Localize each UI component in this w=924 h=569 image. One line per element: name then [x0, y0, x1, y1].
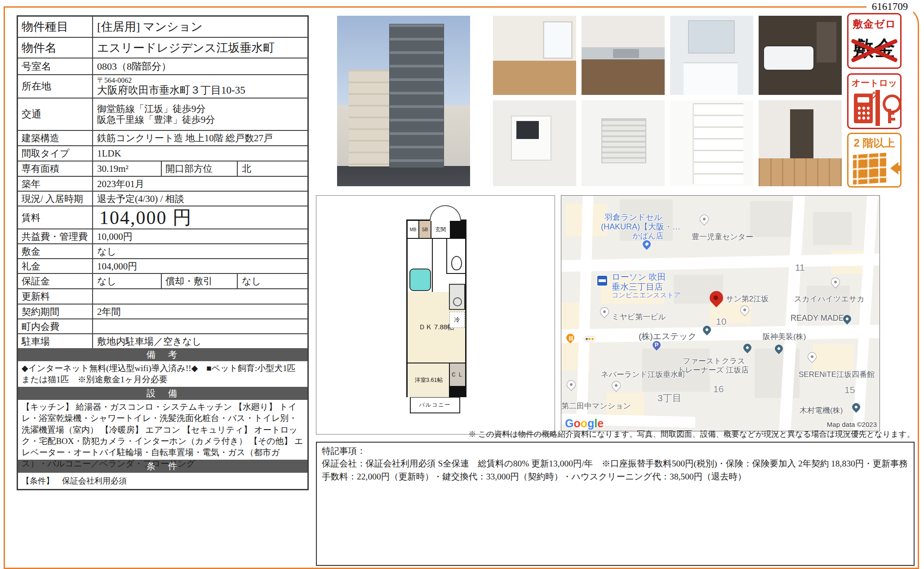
- shower-panel: [817, 22, 836, 63]
- crossed-deposit: 敷金: [853, 35, 896, 63]
- map-pin-icon: [565, 378, 578, 391]
- closet: ＣＬ: [449, 363, 465, 386]
- conditions-text: 【条件】 保証会社利用必須: [18, 473, 307, 489]
- map-label: (株)エステック: [639, 331, 697, 342]
- photo-hallway: [759, 100, 842, 186]
- map-label: SERENiTE江坂四番館: [799, 369, 875, 380]
- row-value-2: なし: [238, 274, 307, 288]
- photo-building-exterior: [317, 16, 490, 186]
- map-attribution: Map data ©2023: [827, 421, 877, 428]
- row-value: [93, 319, 307, 333]
- traffic-light-icon: [584, 336, 595, 341]
- property-table: 物件種目 [住居用] マンション 物件名 エスリードレジデンス江坂垂水町 号室名…: [17, 15, 309, 490]
- notes-title: 特記事項：: [322, 445, 909, 457]
- map-pin-icon: [610, 379, 622, 392]
- row-label: 物件名: [18, 38, 93, 58]
- row-value: 敷地内駐車場／空きなし: [93, 334, 307, 348]
- table-row: 保証金 なし 償却・敷引 なし: [18, 273, 307, 288]
- remarks-header: 備 考: [18, 348, 307, 361]
- intercom-screen: [516, 121, 539, 139]
- transit-line-1: 御堂筋線「江坂」徒歩9分: [97, 103, 206, 114]
- bathtub-shape: [409, 269, 431, 291]
- main-building: [389, 24, 444, 168]
- table-row: 駐車場 敷地内駐車場／空きなし: [18, 333, 307, 348]
- badge-second-floor-title: 2 階以上: [848, 136, 900, 150]
- window: [543, 21, 573, 59]
- bathtub: [763, 45, 814, 71]
- key-tooth: [891, 118, 895, 121]
- row-value: なし: [93, 244, 307, 258]
- row-value: 0803（8階部分）: [93, 58, 307, 74]
- table-row: 築年 2023年01月: [18, 176, 307, 191]
- table-row: 交通 御堂筋線「江坂」徒歩9分 阪急千里線「豊津」徒歩9分: [18, 98, 307, 130]
- row-value: [93, 289, 307, 304]
- map-label: サン第2江坂: [726, 294, 769, 304]
- row-value: 10,000円: [93, 229, 307, 243]
- row-value: 2023年01月: [93, 177, 307, 191]
- badge-auto-lock: オートロック: [847, 73, 902, 129]
- logo-letter: o: [581, 417, 587, 430]
- row-label: 号室名: [18, 58, 93, 74]
- balcony: バルコニー: [410, 397, 460, 413]
- map-road: [561, 325, 880, 343]
- table-row: 共益費・管理費 10,000円: [18, 228, 307, 243]
- map-pin-icon: [598, 305, 611, 318]
- wall-block: [449, 386, 465, 397]
- map-building: [750, 201, 795, 237]
- vanity-cabinet: [684, 62, 737, 95]
- row-label: 共益費・管理費: [18, 229, 93, 243]
- row-label: 駐車場: [18, 334, 93, 348]
- map-label: 阪神美装(株): [763, 332, 806, 342]
- table-row: 物件名 エスリードレジデンス江坂垂水町: [18, 37, 307, 58]
- floor-plan-box: MB SB 玄関 ＤＫ 7.88帖 冷 洋室3.61帖 ＣＬ バルコニー: [316, 195, 555, 435]
- photo-ventilation: [582, 100, 665, 186]
- photo-washbasin: [670, 16, 753, 95]
- map-block-number: 15: [844, 385, 855, 395]
- divider-bar: [875, 90, 880, 126]
- top-band: MB SB 玄関: [408, 221, 465, 239]
- map-label: ネバーランド江坂垂水町: [601, 369, 686, 380]
- map-pin-lawson-icon: [596, 275, 608, 287]
- photo-kitchen: [582, 16, 665, 95]
- map-block-number: 16: [713, 384, 724, 394]
- meter-box: MB: [408, 221, 419, 238]
- table-row: 町内会費: [18, 318, 307, 333]
- table-row: 敷金 なし: [18, 243, 307, 258]
- row-label-2: 償却・敷引: [161, 274, 238, 288]
- table-row: 号室名 0803（8階部分）: [18, 58, 307, 74]
- row-label: 町内会費: [18, 319, 93, 333]
- address: 大阪府吹田市垂水町３丁目10-35: [97, 85, 245, 96]
- map-pin-icon: [698, 213, 711, 225]
- row-value: 1LDK: [93, 146, 307, 161]
- map-label: トレーナーズ 江坂店: [677, 365, 749, 375]
- row-value: [住居用] マンション: [93, 17, 307, 37]
- map-label: 木村電機(株): [800, 405, 843, 416]
- map-building: [813, 212, 852, 245]
- postal-code: 〒564-0062: [97, 76, 132, 85]
- entrance-label: 玄関: [431, 221, 450, 238]
- traffic-dot: [591, 338, 594, 340]
- row-label: 更新料: [18, 289, 93, 304]
- remarks-text: ◆インターネット無料(埋込型wifi)導入済み!!◆ ■ペット飼育:小型犬1匹ま…: [18, 361, 307, 387]
- key-stem: [888, 109, 891, 123]
- hall-floor: [759, 158, 842, 186]
- map-block-number: 10: [716, 316, 726, 327]
- map-block-number: 11: [795, 262, 805, 273]
- photo-bathroom: [759, 16, 842, 95]
- photo-living-room: [493, 16, 576, 95]
- vent-grille: [601, 118, 646, 163]
- kitchen-counter: [449, 284, 465, 310]
- map-label: 豊一児童センター: [692, 232, 753, 242]
- table-row: 賃料 104,000 円: [18, 206, 307, 228]
- neighbor-building: [349, 70, 389, 166]
- property-flyer-page: 6161709 物件種目 [住居用] マンション 物件名 エスリードレジデンス江…: [0, 0, 924, 569]
- row-value: エスリードレジデンス江坂垂水町: [93, 38, 307, 58]
- row-label: 契約期間: [18, 305, 93, 318]
- row-label: 礼金: [18, 259, 93, 273]
- map-label: コンビニエンスストア: [612, 291, 681, 300]
- row-value: 〒564-0062 大阪府吹田市垂水町３丁目10-35: [93, 75, 307, 98]
- row-label: 敷金: [18, 244, 93, 258]
- table-row: 更新料: [18, 288, 307, 304]
- logo-letter: o: [573, 417, 580, 430]
- row-label-2: 開口部方位: [161, 161, 238, 176]
